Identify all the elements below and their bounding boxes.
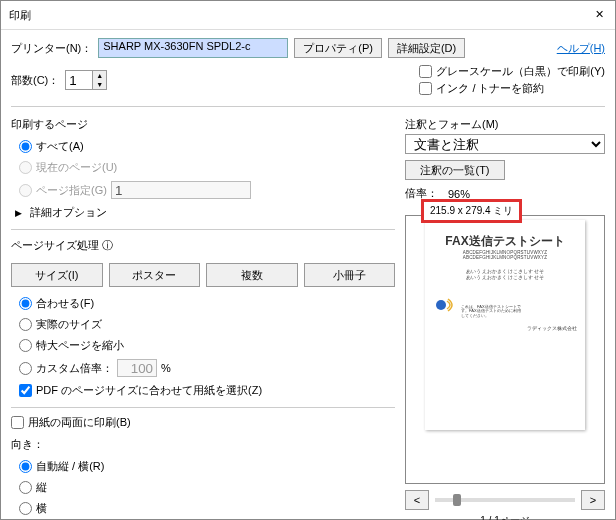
- size-button[interactable]: サイズ(I): [11, 263, 103, 287]
- prev-page-button[interactable]: <: [405, 490, 429, 510]
- both-sides-label: 用紙の両面に印刷(B): [28, 415, 131, 430]
- copies-label: 部数(C)：: [11, 73, 59, 88]
- svg-point-0: [436, 300, 446, 310]
- printer-selected-value: SHARP MX-3630FN SPDL2-c: [103, 40, 250, 52]
- copies-row: 部数(C)： ▲ ▼ グレースケール（白黒）で印刷(Y) インク / トナーを節…: [11, 64, 605, 96]
- grayscale-checkbox[interactable]: [419, 65, 432, 78]
- auto-label: 自動縦 / 横(R): [36, 459, 104, 474]
- radio-landscape[interactable]: [19, 502, 32, 515]
- current-label: 現在のページ(U): [36, 160, 117, 175]
- choose-paper-label: PDF のページサイズに合わせて用紙を選択(Z): [36, 383, 262, 398]
- sizing-buttons: サイズ(I) ポスター 複数 小冊子: [11, 263, 395, 287]
- next-page-button[interactable]: >: [581, 490, 605, 510]
- main-content: 印刷するページ すべて(A) 現在のページ(U) ページ指定(G) ▶詳細オプシ…: [11, 115, 605, 520]
- spinner-up-icon[interactable]: ▲: [93, 71, 106, 80]
- radio-fit[interactable]: [19, 297, 32, 310]
- radio-custom-scale[interactable]: [19, 362, 32, 375]
- right-column: 注釈とフォーム(M) 文書と注釈 注釈の一覧(T) 倍率： 96% 215.9 …: [405, 115, 605, 520]
- spinner-down-icon[interactable]: ▼: [93, 80, 106, 89]
- more-options-label: 詳細オプション: [30, 205, 107, 220]
- printer-row: プリンター(N)： SHARP MX-3630FN SPDL2-c プロパティ(…: [11, 38, 605, 58]
- scale-value: 96%: [448, 188, 470, 200]
- preview-kana2: あいうえおかきくけこさしすせそ: [466, 275, 544, 281]
- preview-nav: < >: [405, 490, 605, 510]
- grayscale-label: グレースケール（白黒）で印刷(Y): [436, 64, 605, 79]
- actual-label: 実際のサイズ: [36, 317, 102, 332]
- window-title: 印刷: [9, 8, 31, 23]
- radio-range: [19, 184, 32, 197]
- booklet-button[interactable]: 小冊子: [304, 263, 396, 287]
- radio-all[interactable]: [19, 140, 32, 153]
- printer-label: プリンター(N)：: [11, 41, 92, 56]
- range-input: [111, 181, 251, 199]
- close-icon[interactable]: ✕: [591, 7, 607, 23]
- comments-forms-select[interactable]: 文書と注釈: [405, 134, 605, 154]
- poster-button[interactable]: ポスター: [109, 263, 201, 287]
- save-ink-checkbox[interactable]: [419, 82, 432, 95]
- both-sides-checkbox[interactable]: [11, 416, 24, 429]
- preview-box: FAX送信テストシート ABCDEFGHIJKLMNOPQRSTUVWXYZ A…: [405, 215, 605, 484]
- radio-actual[interactable]: [19, 318, 32, 331]
- preview-title: FAX送信テストシート: [445, 234, 564, 250]
- landscape-label: 横: [36, 501, 47, 516]
- printer-select[interactable]: SHARP MX-3630FN SPDL2-c: [98, 38, 288, 58]
- comments-forms-label: 注釈とフォーム(M): [405, 117, 605, 132]
- dimensions-callout: 215.9 x 279.4 ミリ: [421, 199, 522, 223]
- radio-portrait[interactable]: [19, 481, 32, 494]
- pages-to-print-label: 印刷するページ: [11, 117, 395, 132]
- percent-label: %: [161, 362, 171, 374]
- more-options-toggle[interactable]: ▶詳細オプション: [15, 205, 395, 220]
- triangle-right-icon: ▶: [15, 208, 22, 218]
- print-dialog: 印刷 ✕ プリンター(N)： SHARP MX-3630FN SPDL2-c プ…: [0, 0, 616, 520]
- all-label: すべて(A): [36, 139, 84, 154]
- spinner-arrows: ▲ ▼: [92, 71, 106, 89]
- dialog-body: プリンター(N)： SHARP MX-3630FN SPDL2-c プロパティ(…: [1, 30, 615, 520]
- custom-scale-input: [117, 359, 157, 377]
- preview-line2: ABCDEFGHIJKLMNOPQRSTUVWXYZ: [463, 255, 547, 261]
- advanced-button[interactable]: 詳細設定(D): [388, 38, 465, 58]
- preview-page: FAX送信テストシート ABCDEFGHIJKLMNOPQRSTUVWXYZ A…: [425, 220, 585, 430]
- speech-head-icon: [433, 295, 457, 319]
- fit-label: 合わせる(F): [36, 296, 94, 311]
- range-label: ページ指定(G): [36, 183, 107, 198]
- preview-footer: ラディックス株式会社: [433, 325, 577, 332]
- shrink-label: 特大ページを縮小: [36, 338, 124, 353]
- help-link[interactable]: ヘルプ(H): [557, 41, 605, 56]
- left-column: 印刷するページ すべて(A) 現在のページ(U) ページ指定(G) ▶詳細オプシ…: [11, 115, 395, 520]
- save-ink-label: インク / トナーを節約: [436, 81, 544, 96]
- multiple-button[interactable]: 複数: [206, 263, 298, 287]
- page-sizing-label: ページサイズ処理 ⓘ: [11, 238, 395, 253]
- comments-summary-button[interactable]: 注釈の一覧(T): [405, 160, 505, 180]
- radio-auto-orient[interactable]: [19, 460, 32, 473]
- radio-shrink[interactable]: [19, 339, 32, 352]
- properties-button[interactable]: プロパティ(P): [294, 38, 382, 58]
- radio-current: [19, 161, 32, 174]
- page-slider[interactable]: [435, 498, 575, 502]
- custom-scale-label: カスタム倍率：: [36, 361, 113, 376]
- portrait-label: 縦: [36, 480, 47, 495]
- titlebar: 印刷 ✕: [1, 1, 615, 30]
- copies-spinner[interactable]: ▲ ▼: [65, 70, 107, 90]
- page-count: 1 / 1ページ: [405, 514, 605, 520]
- copies-input[interactable]: [66, 72, 92, 89]
- choose-paper-checkbox[interactable]: [19, 384, 32, 397]
- orientation-label: 向き：: [11, 437, 395, 452]
- preview-small-text: これは、FAX送信テストシートです。FAX送信テストのために利用してください。: [461, 305, 521, 319]
